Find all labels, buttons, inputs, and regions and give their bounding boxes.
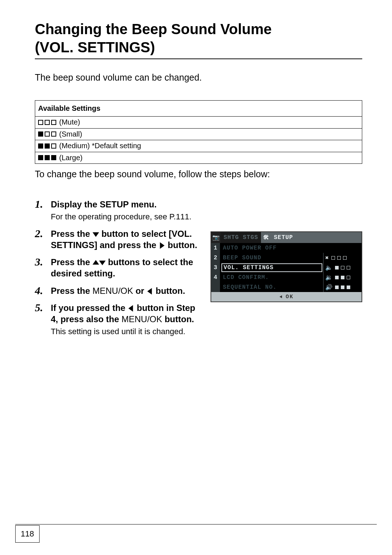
intro-text: The beep sound volume can be changed.: [35, 72, 362, 83]
title-line-2: (VOL. SETTINGS): [35, 39, 155, 55]
svg-marker-3: [99, 261, 106, 266]
volume-square-icon: [45, 155, 50, 160]
step-1: Display the SETUP menu. For the operatin…: [35, 199, 203, 222]
down-arrow-icon: [93, 231, 99, 238]
left-arrow-icon: [147, 288, 153, 295]
step-title: Press the MENU/OK or button.: [51, 285, 203, 296]
volume-square-icon: [45, 143, 50, 149]
setting-row: (Small): [35, 128, 362, 140]
down-arrow-icon: [99, 259, 106, 266]
step-5: If you pressed the button in Step 4, pre…: [35, 302, 203, 337]
step-3: Press the buttons to select the desired …: [35, 256, 203, 279]
step-title: If you pressed the button in Step 4, pre…: [51, 302, 203, 325]
svg-marker-5: [128, 305, 133, 312]
page-title: Changing the Beep Sound Volume (VOL. SET…: [35, 20, 362, 59]
volume-square-icon: [45, 120, 50, 125]
svg-marker-0: [93, 232, 99, 237]
volume-square-icon: [45, 131, 50, 137]
title-line-1: Changing the Beep Sound Volume: [35, 21, 272, 37]
lcd-screenshot: 📷 SHTG STGS 🛠 SETUP 1 AUTO POWER OFF 2 B…: [211, 231, 362, 302]
step-title: Press the buttons to select the desired …: [51, 256, 203, 279]
setting-row: (Medium) *Default setting: [35, 140, 362, 152]
lcd-row: 1 AUTO POWER OFF: [211, 243, 362, 253]
available-settings-table: Available Settings (Mute) (Small) (: [35, 100, 362, 164]
setting-label: (Medium) *Default setting: [59, 142, 141, 150]
svg-marker-1: [160, 242, 165, 249]
setting-label: (Small): [59, 130, 82, 138]
lcd-tab-shtg: SHTG STGS: [221, 232, 261, 243]
svg-marker-4: [147, 288, 152, 295]
svg-marker-2: [93, 260, 99, 265]
left-triangle-icon: [279, 295, 283, 299]
lcd-ok-bar: OK: [211, 292, 362, 301]
volume-square-icon: [38, 143, 43, 149]
volume-square-icon: [51, 120, 56, 125]
volume-square-icon: [51, 143, 56, 149]
step-body: This setting is used until it is changed…: [51, 326, 203, 337]
lead-text: To change the beep sound volume, follow …: [35, 169, 362, 179]
step-body: For the operating procedure, see P.111.: [51, 211, 203, 222]
menu-ok-label: MENU/OK: [93, 286, 133, 296]
speaker-mute-icon: ✖: [325, 254, 329, 262]
setting-row: (Large): [35, 152, 362, 164]
steps-list: Display the SETUP menu. For the operatin…: [35, 199, 203, 337]
speaker-high-icon: 🔊: [325, 284, 333, 291]
volume-square-icon: [38, 131, 43, 137]
step-title: Display the SETUP menu.: [51, 199, 203, 210]
lcd-row: . SEQUENTIAL NO. 🔊: [211, 282, 362, 292]
volume-square-icon: [38, 120, 43, 125]
left-arrow-icon: [128, 305, 134, 312]
setting-row: (Mute): [35, 117, 362, 129]
speaker-med-icon: 🔉: [325, 274, 333, 281]
volume-square-icon: [51, 131, 56, 137]
page-number: 118: [15, 525, 40, 543]
wrench-icon: 🛠: [261, 232, 271, 243]
lcd-row-selected: 3 VOL. SETTINGS 🔈: [211, 263, 362, 272]
menu-ok-label: MENU/OK: [122, 314, 162, 324]
lcd-row: 2 BEEP SOUND ✖: [211, 253, 362, 263]
volume-square-icon: [51, 155, 56, 160]
volume-square-icon: [38, 155, 43, 160]
step-4: Press the MENU/OK or button.: [35, 285, 203, 296]
step-title: Press the button to select [VOL. SETTING…: [51, 228, 203, 251]
lcd-row: 4 LCD CONFIRM. 🔉: [211, 272, 362, 282]
right-arrow-icon: [159, 242, 165, 249]
settings-header: Available Settings: [35, 101, 362, 117]
up-arrow-icon: [93, 259, 99, 266]
setting-label: (Mute): [59, 118, 80, 126]
step-2: Press the button to select [VOL. SETTING…: [35, 228, 203, 251]
setting-label: (Large): [59, 154, 82, 162]
speaker-low-icon: 🔈: [325, 264, 333, 271]
camera-icon: 📷: [211, 232, 221, 243]
footer-divider: [15, 524, 377, 524]
svg-marker-6: [279, 295, 282, 298]
lcd-tab-setup: SETUP: [271, 232, 296, 243]
